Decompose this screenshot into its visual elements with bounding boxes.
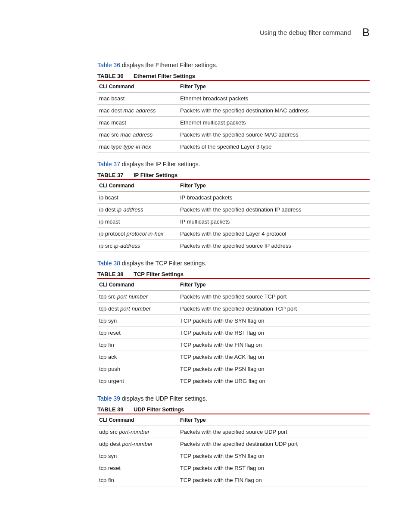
filter-table: CLI CommandFilter Typemac bcastEthernet … (97, 80, 370, 153)
filter-type-cell: TCP packets with the ACK flag on (178, 351, 370, 363)
cli-command: tcp reset (99, 465, 121, 471)
cli-command-cell: ip bcast (97, 192, 178, 204)
cli-command: ip protocol (99, 230, 127, 237)
cli-command-cell: mac bcast (97, 93, 178, 105)
column-header: Filter Type (178, 180, 370, 192)
table-caption: TABLE 39UDP Filter Settings (97, 406, 370, 413)
table-title: Ethernet Filter Settings (134, 73, 195, 79)
table-crossref-link[interactable]: Table 36 (97, 62, 120, 68)
filter-table: CLI CommandFilter Typeudp src port-numbe… (97, 414, 370, 486)
table-number: TABLE 36 (97, 73, 134, 79)
table-row: mac bcastEthernet broadcast packets (97, 93, 370, 105)
cli-command-cell: mac type type-in-hex (97, 141, 178, 153)
cli-command-cell: tcp ack (97, 351, 178, 363)
intro-rest: displays the TCP Filter settings. (120, 260, 206, 267)
chapter-letter: B (362, 26, 370, 39)
filter-type-cell: TCP packets with the RST flag on (178, 462, 370, 474)
table-number: TABLE 37 (97, 172, 134, 178)
intro-text: Table 38 displays the TCP Filter setting… (97, 260, 370, 267)
cli-argument: protocol-in-hex (127, 230, 164, 237)
filter-type-cell: Ethernet broadcast packets (178, 93, 370, 105)
filter-type-cell: TCP packets with the FIN flag on (178, 474, 370, 486)
cli-argument: ip-address (114, 243, 140, 249)
cli-argument: ip-address (117, 206, 143, 213)
cli-command-cell: tcp push (97, 363, 178, 375)
cli-command: mac dest (99, 107, 123, 114)
filter-type-cell: Packets with the specified Layer 4 proto… (178, 228, 370, 240)
cli-command-cell: mac src mac-address (97, 129, 178, 141)
table-row: tcp pushTCP packets with the PSN flag on (97, 363, 370, 375)
table-caption: TABLE 36Ethernet Filter Settings (97, 73, 370, 79)
cli-command: tcp syn (99, 453, 117, 459)
cli-command: tcp syn (99, 317, 117, 324)
cli-command: tcp push (99, 366, 120, 372)
table-row: tcp ackTCP packets with the ACK flag on (97, 351, 370, 363)
cli-argument: mac-address (120, 131, 153, 138)
table-row: tcp resetTCP packets with the RST flag o… (97, 462, 370, 474)
filter-table: CLI CommandFilter Typetcp src port-numbe… (97, 278, 370, 387)
filter-type-cell: TCP packets with the FIN flag on (178, 339, 370, 351)
cli-command: mac src (99, 131, 120, 138)
table-row: tcp src port-numberPackets with the spec… (97, 291, 370, 303)
cli-command-cell: tcp fin (97, 474, 178, 486)
cli-command: ip bcast (99, 194, 118, 201)
cli-command: tcp fin (99, 342, 114, 348)
table-row: ip dest ip-addressPackets with the speci… (97, 204, 370, 216)
table-crossref-link[interactable]: Table 37 (97, 161, 120, 168)
column-header: CLI Command (97, 180, 178, 192)
cli-argument: port-number (119, 429, 149, 435)
table-row: udp dest port-numberPackets with the spe… (97, 438, 370, 450)
filter-type-cell: Packets with the specified destination M… (178, 105, 370, 117)
table-crossref-link[interactable]: Table 38 (97, 260, 120, 267)
cli-command: tcp src (99, 293, 117, 300)
cli-command: udp dest (99, 441, 122, 447)
filter-type-cell: Packets with the specified destination I… (178, 204, 370, 216)
cli-command-cell: tcp syn (97, 450, 178, 462)
filter-type-cell: Packets with the specified source UDP po… (178, 426, 370, 438)
cli-command-cell: tcp reset (97, 327, 178, 339)
column-header: CLI Command (97, 414, 178, 426)
filter-type-cell: TCP packets with the RST flag on (178, 327, 370, 339)
cli-argument: port-number (122, 441, 153, 447)
cli-command-cell: ip src ip-address (97, 240, 178, 252)
table-row: ip src ip-addressPackets with the specif… (97, 240, 370, 252)
table-row: tcp resetTCP packets with the RST flag o… (97, 327, 370, 339)
table-title: TCP Filter Settings (134, 271, 184, 277)
cli-command-cell: tcp reset (97, 462, 178, 474)
table-number: TABLE 39 (97, 406, 134, 413)
filter-type-cell: Packets with the specified destination T… (178, 303, 370, 315)
filter-type-cell: Packets with the specified source MAC ad… (178, 129, 370, 141)
table-row: tcp synTCP packets with the SYN flag on (97, 315, 370, 327)
table-row: tcp urgentTCP packets with the URG flag … (97, 375, 370, 387)
cli-command: ip src (99, 243, 114, 249)
intro-text: Table 37 displays the IP Filter settings… (97, 161, 370, 168)
cli-command-cell: ip protocol protocol-in-hex (97, 228, 178, 240)
table-row: tcp dest port-numberPackets with the spe… (97, 303, 370, 315)
table-row: tcp synTCP packets with the SYN flag on (97, 450, 370, 462)
intro-rest: displays the UDP Filter settings. (120, 395, 207, 402)
table-row: mac mcastEthernet multicast packets (97, 117, 370, 129)
cli-command-cell: tcp fin (97, 339, 178, 351)
cli-command: tcp ack (99, 354, 117, 360)
cli-command-cell: udp dest port-number (97, 438, 178, 450)
intro-rest: displays the IP Filter settings. (120, 161, 200, 168)
table-crossref-link[interactable]: Table 39 (97, 395, 120, 402)
cli-command-cell: ip dest ip-address (97, 204, 178, 216)
filter-type-cell: Ethernet multicast packets (178, 117, 370, 129)
cli-command-cell: mac mcast (97, 117, 178, 129)
table-caption: TABLE 38TCP Filter Settings (97, 271, 370, 277)
cli-argument: port-number (120, 305, 151, 312)
cli-command: tcp fin (99, 477, 114, 483)
cli-command-cell: udp src port-number (97, 426, 178, 438)
column-header: CLI Command (97, 279, 178, 291)
column-header: Filter Type (178, 414, 370, 426)
filter-type-cell: Packets with the specified destination U… (178, 438, 370, 450)
table-row: tcp finTCP packets with the FIN flag on (97, 474, 370, 486)
cli-argument: port-number (117, 293, 148, 300)
filter-type-cell: TCP packets with the SYN flag on (178, 315, 370, 327)
table-title: UDP Filter Settings (134, 406, 184, 413)
page: Using the debug filter command B Table 3… (0, 0, 411, 532)
intro-text: Table 36 displays the Ethernet Filter se… (97, 62, 370, 68)
filter-type-cell: TCP packets with the PSN flag on (178, 363, 370, 375)
table-row: mac dest mac-addressPackets with the spe… (97, 105, 370, 117)
